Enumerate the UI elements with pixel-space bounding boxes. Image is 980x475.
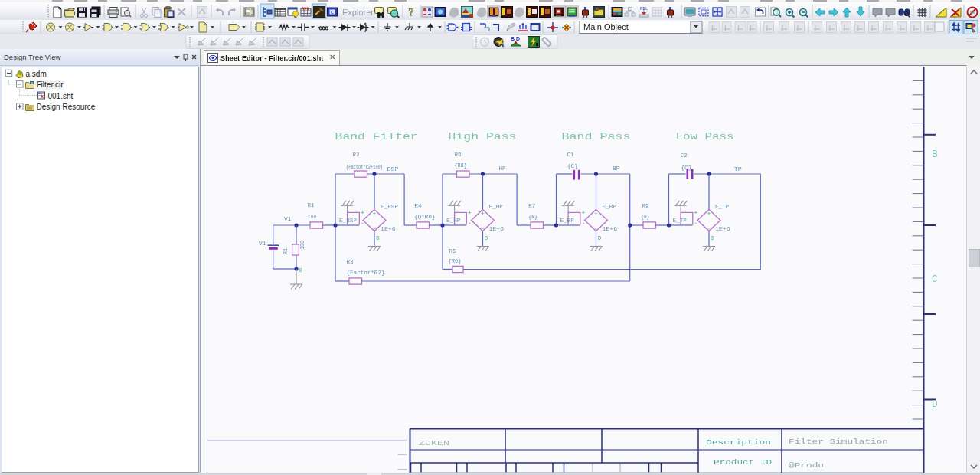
svg-text:{C}: {C}: [681, 164, 691, 171]
svg-text:-: -: [694, 219, 698, 226]
svg-text:+: +: [694, 209, 698, 216]
svg-text:Band Filter: Band Filter: [335, 132, 418, 142]
svg-text:D: D: [932, 398, 938, 410]
svg-text:E_BP: E_BP: [560, 217, 575, 224]
svg-text:E_TP: E_TP: [673, 217, 688, 224]
svg-text:Band Pass: Band Pass: [562, 132, 631, 142]
svg-text:B: B: [511, 36, 514, 41]
svg-text:R3: R3: [347, 258, 354, 265]
svg-text:+: +: [594, 210, 598, 217]
svg-text:Main Object: Main Object: [583, 22, 629, 31]
svg-text:-: -: [373, 224, 377, 231]
svg-text:R1: R1: [283, 247, 289, 254]
svg-text:+: +: [582, 209, 586, 216]
svg-text:Filter Simulation: Filter Simulation: [789, 438, 888, 446]
svg-text:0: 0: [485, 234, 488, 241]
svg-text:100: 100: [299, 241, 305, 250]
svg-text:E_BP: E_BP: [603, 203, 617, 210]
svg-text:R9: R9: [642, 202, 648, 209]
svg-text:High Pass: High Pass: [449, 132, 517, 142]
svg-text:100: 100: [308, 213, 317, 220]
svg-text:Low Pass: Low Pass: [676, 132, 734, 142]
svg-text:{R6}: {R6}: [449, 257, 462, 264]
svg-text:C: C: [331, 10, 335, 15]
svg-text:1E+6: 1E+6: [489, 225, 505, 232]
svg-text:+: +: [707, 210, 711, 217]
svg-text:BP: BP: [612, 165, 619, 172]
svg-text:@Produ: @Produ: [789, 462, 824, 470]
svg-text:0: 0: [299, 267, 302, 274]
svg-text:E_HP: E_HP: [446, 217, 461, 224]
svg-text:{C}: {C}: [567, 162, 578, 169]
svg-text:-: -: [582, 219, 586, 226]
svg-text:R1: R1: [308, 201, 315, 208]
svg-text:+: +: [481, 210, 485, 217]
svg-text:R2: R2: [353, 151, 360, 158]
svg-text:R4: R4: [415, 202, 422, 209]
svg-text:0: 0: [376, 234, 380, 241]
svg-text:E_BSP: E_BSP: [339, 217, 357, 224]
svg-text:1E+6: 1E+6: [381, 225, 396, 232]
svg-text:V1: V1: [259, 240, 266, 247]
svg-text:Explorer: Explorer: [342, 8, 374, 17]
svg-text:{Factor*R2+100}: {Factor*R2+100}: [346, 163, 383, 170]
svg-text:-: -: [361, 219, 364, 226]
svg-text:R7: R7: [528, 202, 535, 209]
svg-text:RDL: RDL: [640, 6, 648, 11]
svg-text:HP: HP: [499, 165, 506, 172]
svg-text:ZUKEN: ZUKEN: [419, 440, 449, 447]
svg-text:C2: C2: [681, 152, 688, 159]
svg-text:{R6}: {R6}: [454, 162, 466, 169]
svg-text:1E+6: 1E+6: [715, 225, 730, 232]
svg-text:E_HP: E_HP: [489, 203, 504, 210]
svg-text:Product ID: Product ID: [714, 459, 772, 467]
svg-text:{R}: {R}: [641, 213, 650, 220]
svg-text:+: +: [361, 209, 364, 216]
svg-text:R6: R6: [454, 151, 461, 158]
svg-text:TP: TP: [734, 165, 742, 172]
svg-text:+: +: [373, 210, 377, 217]
svg-text:{R}: {R}: [528, 213, 537, 220]
svg-text:E_TP: E_TP: [715, 203, 730, 210]
svg-text:+: +: [468, 209, 472, 216]
svg-text:-: -: [594, 224, 598, 231]
svg-text:0: 0: [710, 234, 714, 241]
svg-text:{Q*R6}: {Q*R6}: [414, 213, 436, 220]
svg-text:1E+6: 1E+6: [603, 225, 618, 232]
svg-text:BSP: BSP: [387, 165, 399, 172]
svg-text:D: D: [516, 36, 520, 41]
svg-text:B: B: [932, 149, 938, 160]
svg-text:V1: V1: [284, 215, 292, 222]
svg-text:R5: R5: [449, 247, 456, 254]
svg-text:{Factor*R2}: {Factor*R2}: [347, 269, 385, 276]
svg-text:?: ?: [408, 6, 414, 18]
svg-text:C1: C1: [567, 151, 574, 158]
svg-text:C: C: [932, 274, 938, 285]
svg-text:-: -: [707, 224, 711, 231]
svg-text:Description: Description: [706, 439, 771, 447]
svg-text:E_BSP: E_BSP: [381, 203, 398, 210]
svg-text:-: -: [468, 219, 472, 226]
svg-text:-: -: [481, 224, 485, 231]
svg-text:0: 0: [598, 234, 602, 241]
